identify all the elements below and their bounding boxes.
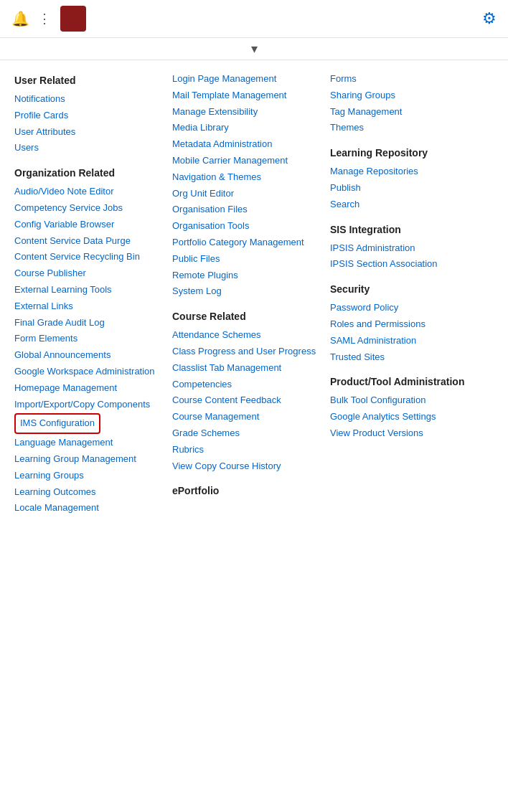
menu-link[interactable]: Competencies — [172, 377, 321, 392]
menu-link[interactable]: Tag Management — [330, 105, 479, 120]
menu-link[interactable]: IMS Configuration — [14, 413, 164, 434]
menu-link[interactable]: External Learning Tools — [14, 283, 164, 298]
section-title: User Related — [14, 75, 164, 86]
menu-link[interactable]: Sharing Groups — [330, 88, 479, 103]
menu-link[interactable]: Publish — [330, 181, 479, 196]
section-title: Course Related — [172, 311, 321, 322]
menu-link[interactable]: Classlist Tab Management — [172, 361, 321, 376]
menu-link[interactable]: Learning Groups — [14, 468, 164, 483]
menu-link[interactable]: Content Service Recycling Bin — [14, 250, 164, 265]
menu-link[interactable]: Competency Service Jobs — [14, 201, 164, 216]
menu-link[interactable]: Final Grade Audit Log — [14, 316, 164, 331]
menu-link[interactable]: Global Announcements — [14, 348, 164, 363]
bell-icon[interactable]: 🔔 — [11, 10, 29, 27]
menu-link[interactable]: Portfolio Category Management — [172, 235, 321, 250]
menu-link[interactable]: Locale Management — [14, 501, 164, 516]
column-3: FormsSharing GroupsTag ManagementThemesL… — [330, 72, 488, 517]
menu-link[interactable]: External Links — [14, 299, 164, 314]
menu-link[interactable]: Navigation & Themes — [172, 170, 321, 185]
menu-link[interactable]: Media Library — [172, 121, 321, 136]
menu-link[interactable]: Notifications — [14, 92, 164, 107]
section-title: ePortfolio — [172, 485, 321, 496]
section-title: SIS Integration — [330, 224, 479, 235]
menu-link[interactable]: Import/Export/Copy Components — [14, 397, 164, 412]
menu-link[interactable]: Course Publisher — [14, 266, 164, 281]
section-title: Product/Tool Administration — [330, 376, 479, 387]
menu-link[interactable]: View Product Versions — [330, 426, 479, 441]
menu-link[interactable]: Course Content Feedback — [172, 393, 321, 408]
menu-link[interactable]: Form Elements — [14, 331, 164, 346]
menu-link[interactable]: SAML Administration — [330, 334, 479, 349]
menu-link[interactable]: Password Policy — [330, 301, 479, 316]
more-options-icon[interactable]: ⋮ — [38, 11, 52, 27]
menu-link[interactable]: Google Workspace Administration — [14, 364, 164, 379]
menu-link[interactable]: Organisation Files — [172, 202, 321, 217]
menu-link[interactable]: Trusted Sites — [330, 350, 479, 365]
menu-link[interactable]: Course Management — [172, 410, 321, 425]
menu-link[interactable]: Remote Plugins — [172, 268, 321, 283]
section-title: Learning Repository — [330, 147, 479, 159]
menu-link[interactable]: Homepage Management — [14, 381, 164, 396]
menu-link[interactable]: Config Variable Browser — [14, 217, 164, 232]
menu-link[interactable]: IPSIS Section Association — [330, 257, 479, 272]
menu-link[interactable]: Audio/Video Note Editor — [14, 184, 164, 199]
menu-link[interactable]: Learning Group Management — [14, 452, 164, 467]
menu-link[interactable]: Grade Schemes — [172, 426, 321, 441]
menu-link[interactable]: Manage Repositories — [330, 164, 479, 179]
column-1: User RelatedNotificationsProfile CardsUs… — [14, 72, 172, 517]
dropdown-arrow[interactable] — [0, 38, 508, 60]
menu-link[interactable]: Themes — [330, 121, 479, 136]
menu-link[interactable]: Mobile Carrier Management — [172, 154, 321, 169]
menu-link[interactable]: Learning Outcomes — [14, 485, 164, 500]
section-title: Organization Related — [14, 167, 164, 179]
menu-link[interactable]: Forms — [330, 72, 479, 87]
menu-link[interactable]: Manage Extensibility — [172, 105, 321, 120]
section-title: Security — [330, 283, 479, 295]
menu-link[interactable]: Attendance Schemes — [172, 328, 321, 343]
menu-link[interactable]: Roles and Permissions — [330, 317, 479, 332]
menu-link[interactable]: Public Files — [172, 252, 321, 267]
menu-link[interactable]: Class Progress and User Progress — [172, 344, 321, 359]
menu-link[interactable]: Search — [330, 197, 479, 212]
gear-icon[interactable]: ⚙ — [482, 9, 497, 28]
menu-link[interactable]: Login Page Management — [172, 72, 321, 87]
menu-link[interactable]: System Log — [172, 284, 321, 299]
menu-link[interactable]: View Copy Course History — [172, 459, 321, 474]
menu-link[interactable]: Metadata Administration — [172, 137, 321, 152]
menu-link[interactable]: Users — [14, 141, 164, 156]
menu-link[interactable]: Profile Cards — [14, 108, 164, 123]
menu-link[interactable]: Bulk Tool Configuration — [330, 393, 479, 408]
menu-link[interactable]: Mail Template Management — [172, 88, 321, 103]
menu-link[interactable]: Content Service Data Purge — [14, 234, 164, 249]
menu-link[interactable]: Organisation Tools — [172, 219, 321, 234]
avatar — [60, 6, 86, 32]
menu-link[interactable]: Language Management — [14, 435, 164, 450]
menu-link[interactable]: IPSIS Administration — [330, 241, 479, 256]
menu-link[interactable]: User Attributes — [14, 125, 164, 140]
column-2: Login Page ManagementMail Template Manag… — [172, 72, 330, 517]
menu-link[interactable]: Rubrics — [172, 443, 321, 458]
menu-container: User RelatedNotificationsProfile CardsUs… — [0, 60, 508, 529]
menu-link[interactable]: Google Analytics Settings — [330, 410, 479, 425]
header: 🔔 ⋮ ⚙ — [0, 0, 508, 38]
menu-link[interactable]: Org Unit Editor — [172, 187, 321, 202]
